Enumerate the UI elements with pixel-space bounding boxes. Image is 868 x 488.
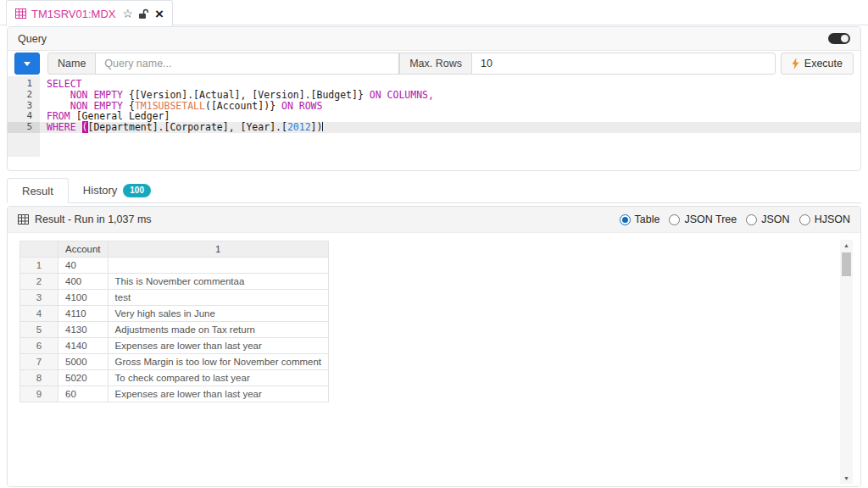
- result-panel: Result - Run in 1,037 ms TableJSON TreeJ…: [7, 206, 861, 487]
- close-icon[interactable]: ×: [155, 7, 164, 21]
- radio-label: Table: [635, 214, 660, 225]
- table-cell: 4110: [58, 306, 108, 322]
- column-header[interactable]: Account: [58, 241, 108, 258]
- table-row[interactable]: 140: [20, 258, 329, 274]
- table-row[interactable]: 75000Gross Margin is too low for Novembe…: [20, 354, 329, 370]
- table-cell: 9: [20, 386, 58, 402]
- result-body: Account11402400This is November commenta…: [8, 233, 860, 486]
- view-radio-hjson[interactable]: HJSON: [799, 214, 850, 225]
- table-cell: 40: [58, 258, 108, 274]
- table-cell: 8: [20, 370, 58, 386]
- radio-icon: [669, 214, 680, 225]
- radio-label: HJSON: [815, 214, 850, 225]
- triangle-up-icon[interactable]: ▲: [840, 240, 853, 251]
- view-radio-table[interactable]: Table: [620, 214, 660, 225]
- query-panel-toggle[interactable]: [828, 33, 850, 44]
- radio-icon: [620, 214, 631, 225]
- history-count-badge: 100: [123, 184, 151, 197]
- table-cell: Gross Margin is too low for November com…: [108, 354, 329, 370]
- table-cell: 4140: [58, 338, 108, 354]
- table-cell: This is November commentaa: [108, 274, 329, 290]
- line-number: 1: [8, 79, 40, 90]
- result-title: Result - Run in 1,037 ms: [35, 214, 152, 225]
- table-cell: 3: [20, 290, 58, 306]
- tab-result[interactable]: Result: [7, 178, 69, 203]
- query-name-input[interactable]: [95, 53, 399, 75]
- name-label: Name: [47, 53, 96, 75]
- query-panel-title: Query: [18, 33, 47, 45]
- table-cell: 4: [20, 306, 58, 322]
- line-number: 2: [8, 90, 40, 101]
- result-table: Account11402400This is November commenta…: [19, 241, 329, 402]
- table-cell: 5000: [58, 354, 108, 370]
- lightning-icon: [792, 58, 799, 69]
- view-mode-radios: TableJSON TreeJSONHJSON: [620, 214, 850, 225]
- toggle-knob: [841, 35, 849, 42]
- table-cell: 4100: [58, 290, 108, 306]
- column-header[interactable]: [20, 241, 58, 258]
- table-row[interactable]: 44110Very high sales in June: [20, 306, 329, 322]
- query-panel: Query Name Max. Rows Execute 1SELECT: [7, 26, 861, 171]
- result-header: Result - Run in 1,037 ms TableJSON TreeJ…: [8, 207, 860, 233]
- query-toolbar: Name Max. Rows Execute: [8, 51, 860, 76]
- table-cell: Expenses are lower than last year: [108, 386, 329, 402]
- query-name-group: Name Max. Rows: [47, 53, 776, 75]
- table-row[interactable]: 64140Expenses are lower than last year: [20, 338, 329, 354]
- table-cell: 4130: [58, 322, 108, 338]
- query-actions-dropdown-button[interactable]: [14, 53, 40, 75]
- caret-down-icon: [24, 62, 31, 66]
- editor-tab-bar: TM1SRV01:MDX ☆ ×: [0, 0, 868, 25]
- triangle-down-icon[interactable]: ▼: [840, 473, 853, 484]
- line-number: 3: [8, 101, 40, 112]
- radio-label: JSON: [761, 214, 789, 225]
- app-window: TM1SRV01:MDX ☆ × Query Name Max. Rows: [0, 0, 868, 488]
- max-rows-input[interactable]: [471, 53, 776, 75]
- view-radio-json-tree[interactable]: JSON Tree: [669, 214, 737, 225]
- table-cell: test: [108, 290, 329, 306]
- table-row[interactable]: 34100test: [20, 290, 329, 306]
- table-cell: To check compared to last year: [108, 370, 329, 386]
- mdx-code-editor[interactable]: 1SELECT2 NON EMPTY {[Version].[Actual], …: [8, 76, 860, 170]
- table-cell: 5: [20, 322, 58, 338]
- code-lines: 1SELECT2 NON EMPTY {[Version].[Actual], …: [8, 76, 860, 133]
- code-text: WHERE ([Department].[Corporate], [Year].…: [40, 122, 323, 133]
- text-cursor: [322, 122, 323, 131]
- line-number: 5: [8, 122, 40, 133]
- table-cell: 60: [58, 386, 108, 402]
- table-cell: Adjustments made on Tax return: [108, 322, 329, 338]
- table-cell: [108, 258, 329, 274]
- execute-label: Execute: [804, 58, 843, 69]
- unlock-icon[interactable]: [138, 8, 148, 19]
- query-panel-header: Query: [8, 27, 860, 51]
- table-row[interactable]: 85020To check compared to last year: [20, 370, 329, 386]
- tab-history[interactable]: History 100: [69, 178, 165, 202]
- table-cell: 2: [20, 274, 58, 290]
- execute-button[interactable]: Execute: [781, 53, 854, 75]
- table-grid-icon: [15, 8, 26, 19]
- scrollbar-thumb[interactable]: [842, 252, 851, 276]
- table-icon: [18, 214, 29, 225]
- tab-history-label: History: [83, 184, 117, 197]
- table-cell: 6: [20, 338, 58, 354]
- tab-tm1srv01-mdx[interactable]: TM1SRV01:MDX ☆ ×: [6, 0, 173, 26]
- tab-title: TM1SRV01:MDX: [31, 8, 115, 20]
- code-line[interactable]: 5WHERE ([Department].[Corporate], [Year]…: [8, 122, 860, 133]
- table-row[interactable]: 960Expenses are lower than last year: [20, 386, 329, 402]
- line-number: 4: [8, 111, 40, 122]
- table-header-row: Account1: [20, 241, 329, 258]
- radio-icon: [746, 214, 757, 225]
- table-cell: Very high sales in June: [108, 306, 329, 322]
- table-cell: 7: [20, 354, 58, 370]
- table-row[interactable]: 2400This is November commentaa: [20, 274, 329, 290]
- table-row[interactable]: 54130Adjustments made on Tax return: [20, 322, 329, 338]
- column-header[interactable]: 1: [108, 241, 329, 258]
- radio-icon: [799, 214, 810, 225]
- radio-label: JSON Tree: [684, 214, 737, 225]
- table-cell: 1: [20, 258, 58, 274]
- table-cell: 5020: [58, 370, 108, 386]
- result-history-tabs: Result History 100: [7, 178, 861, 203]
- table-cell: Expenses are lower than last year: [108, 338, 329, 354]
- view-radio-json[interactable]: JSON: [746, 214, 789, 225]
- result-scrollbar[interactable]: ▲ ▼: [840, 240, 853, 484]
- star-icon[interactable]: ☆: [122, 8, 133, 19]
